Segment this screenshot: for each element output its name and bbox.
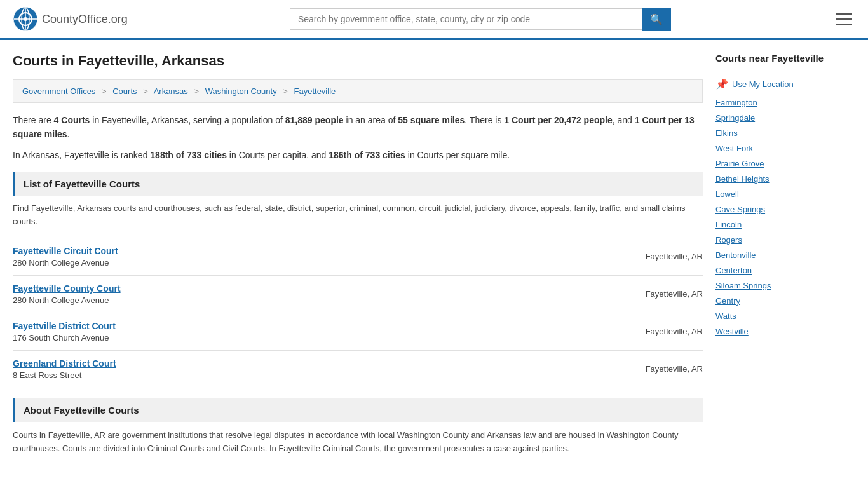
court-address: 280 North College Avenue bbox=[13, 258, 118, 268]
logo-icon bbox=[13, 6, 38, 32]
breadcrumb-sep-2: > bbox=[143, 86, 148, 96]
breadcrumb-courts[interactable]: Courts bbox=[112, 86, 137, 96]
location-pin-icon: 📌 bbox=[715, 78, 728, 90]
sidebar-city-link[interactable]: Westville bbox=[715, 327, 855, 336]
court-location: Fayetteville, AR bbox=[646, 252, 703, 261]
sidebar-city-link[interactable]: Gentry bbox=[715, 296, 855, 306]
sidebar-city-link[interactable]: Bethel Heights bbox=[715, 174, 855, 184]
sidebar-city-link[interactable]: Cave Springs bbox=[715, 205, 855, 214]
sidebar-city-link[interactable]: Prairie Grove bbox=[715, 159, 855, 168]
sidebar-city-link[interactable]: Farmington bbox=[715, 98, 855, 107]
search-icon: 🔍 bbox=[650, 14, 663, 25]
sidebar-city-link[interactable]: Elkins bbox=[715, 128, 855, 138]
stats-para-1: There are 4 Courts in Fayetteville, Arka… bbox=[13, 113, 703, 142]
court-name[interactable]: Greenland District Court bbox=[13, 358, 116, 369]
court-name[interactable]: Fayettville District Court bbox=[13, 321, 116, 331]
area: 55 square miles bbox=[398, 115, 465, 125]
court-info: Fayetteville Circuit Court 280 North Col… bbox=[13, 246, 118, 268]
menu-line-3 bbox=[836, 24, 852, 25]
court-item: Fayettville District Court 176 South Chu… bbox=[13, 313, 703, 350]
breadcrumb-govt-offices[interactable]: Government Offices bbox=[22, 86, 95, 96]
sidebar-city-link[interactable]: Bentonville bbox=[715, 250, 855, 260]
rank2: 186th of 733 cities bbox=[329, 150, 405, 160]
sidebar-links: FarmingtonSpringdaleElkinsWest ForkPrair… bbox=[715, 98, 855, 336]
breadcrumb-washington-county[interactable]: Washington County bbox=[205, 86, 277, 96]
court-address: 176 South Church Avenue bbox=[13, 333, 116, 342]
court-location: Fayetteville, AR bbox=[646, 289, 703, 299]
sidebar-city-link[interactable]: Lowell bbox=[715, 189, 855, 199]
menu-icon[interactable] bbox=[833, 10, 855, 29]
breadcrumb-fayetteville[interactable]: Fayetteville bbox=[294, 86, 336, 96]
rank1: 188th of 733 cities bbox=[150, 150, 227, 160]
svg-point-5 bbox=[24, 17, 27, 21]
courts-count: 4 Courts bbox=[54, 115, 90, 125]
court-info: Greenland District Court 8 East Ross Str… bbox=[13, 358, 116, 380]
sidebar-city-link[interactable]: Lincoln bbox=[715, 220, 855, 229]
breadcrumb-sep-1: > bbox=[102, 86, 107, 96]
logo[interactable]: CountyOffice.org bbox=[13, 6, 128, 32]
page-title: Courts in Fayetteville, Arkansas bbox=[13, 53, 703, 69]
menu-line-2 bbox=[836, 18, 852, 20]
about-text: Courts in Fayetteville, AR are governmen… bbox=[13, 428, 703, 456]
sidebar-city-link[interactable]: Watts bbox=[715, 311, 855, 321]
sidebar-city-link[interactable]: Centerton bbox=[715, 266, 855, 275]
sidebar: Courts near Fayetteville 📌 Use My Locati… bbox=[715, 53, 855, 456]
use-location[interactable]: 📌 Use My Location bbox=[715, 78, 855, 90]
sidebar-city-link[interactable]: Siloam Springs bbox=[715, 281, 855, 290]
breadcrumb-arkansas[interactable]: Arkansas bbox=[154, 86, 188, 96]
content-area: Courts in Fayetteville, Arkansas Governm… bbox=[13, 53, 703, 456]
sidebar-city-link[interactable]: West Fork bbox=[715, 144, 855, 153]
about-section-header: About Fayetteville Courts bbox=[13, 398, 703, 422]
sidebar-title: Courts near Fayetteville bbox=[715, 53, 855, 69]
population: 81,889 people bbox=[285, 115, 344, 125]
court-item: Fayetteville Circuit Court 280 North Col… bbox=[13, 238, 703, 275]
header: CountyOffice.org 🔍 bbox=[0, 0, 868, 40]
court-location: Fayetteville, AR bbox=[646, 327, 703, 336]
breadcrumb-sep-3: > bbox=[194, 86, 199, 96]
use-my-location-link[interactable]: Use My Location bbox=[732, 79, 794, 89]
court-address: 8 East Ross Street bbox=[13, 370, 116, 380]
breadcrumb: Government Offices > Courts > Arkansas >… bbox=[13, 79, 703, 103]
sidebar-city-link[interactable]: Springdale bbox=[715, 113, 855, 123]
court-name[interactable]: Fayetteville Circuit Court bbox=[13, 246, 118, 256]
search-button[interactable]: 🔍 bbox=[642, 8, 671, 31]
logo-wordmark: CountyOffice.org bbox=[42, 13, 128, 26]
court-info: Fayetteville County Court 280 North Coll… bbox=[13, 283, 121, 305]
search-input[interactable] bbox=[290, 8, 642, 30]
court-address: 280 North College Avenue bbox=[13, 295, 121, 305]
menu-line-1 bbox=[836, 13, 852, 15]
courts-list: Fayetteville Circuit Court 280 North Col… bbox=[13, 238, 703, 388]
main-container: Courts in Fayetteville, Arkansas Governm… bbox=[0, 40, 868, 468]
logo-text: CountyOffice.org bbox=[42, 13, 128, 25]
sidebar-city-link[interactable]: Rogers bbox=[715, 235, 855, 245]
stats-para-2: In Arkansas, Fayetteville is ranked 188t… bbox=[13, 148, 703, 162]
court-info: Fayettville District Court 176 South Chu… bbox=[13, 321, 116, 342]
per-capita: 1 Court per 20,472 people bbox=[504, 115, 612, 125]
court-item: Fayetteville County Court 280 North Coll… bbox=[13, 275, 703, 313]
list-section-desc: Find Fayetteville, Arkansas courts and c… bbox=[13, 202, 703, 229]
court-item: Greenland District Court 8 East Ross Str… bbox=[13, 350, 703, 388]
search-area: 🔍 bbox=[290, 8, 671, 31]
court-location: Fayetteville, AR bbox=[646, 364, 703, 374]
breadcrumb-sep-4: > bbox=[283, 86, 288, 96]
court-name[interactable]: Fayetteville County Court bbox=[13, 283, 121, 294]
list-section-header: List of Fayetteville Courts bbox=[13, 172, 703, 196]
